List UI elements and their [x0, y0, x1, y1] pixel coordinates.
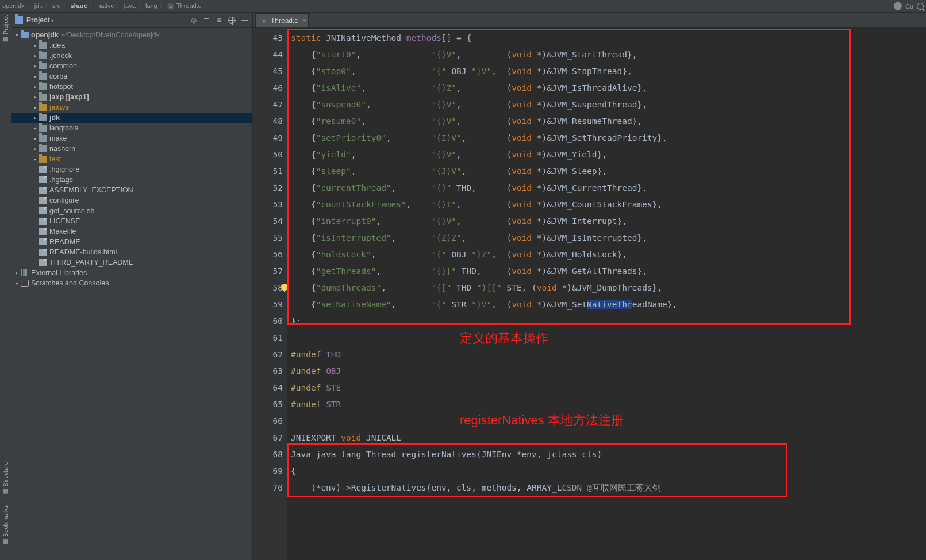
- toolwin-bookmarks[interactable]: Bookmarks: [2, 505, 9, 544]
- tree-label: jdk: [49, 114, 60, 122]
- tree-row[interactable]: Makefile: [11, 226, 252, 237]
- tree-row[interactable]: ▸External Libraries: [11, 268, 252, 278]
- ico-txt-icon: [39, 207, 47, 214]
- breadcrumb-item[interactable]: java: [124, 2, 136, 9]
- tree-row[interactable]: ▸.idea: [11, 40, 252, 51]
- tree-label: hotspot: [49, 83, 73, 91]
- tree-row[interactable]: ▸.jcheck: [11, 51, 252, 61]
- tree-row[interactable]: .hgtags: [11, 175, 252, 185]
- tree-toggle-icon[interactable]: ▸: [32, 53, 38, 59]
- tree-row[interactable]: ▸Scratches and Consoles: [11, 278, 252, 288]
- tree-label: openjdk: [31, 31, 59, 39]
- tree-label: nashorn: [49, 145, 75, 153]
- avatar-icon[interactable]: [894, 2, 902, 10]
- tree-toggle-icon[interactable]: ▸: [32, 84, 38, 90]
- breadcrumb-item[interactable]: lang: [145, 2, 157, 9]
- tree-toggle-icon[interactable]: ▾: [14, 32, 20, 38]
- project-tree[interactable]: ▾openjdk~/Desktop/DiveinCode/openjdk▸.id…: [11, 28, 252, 560]
- tree-row[interactable]: THIRD_PARTY_README: [11, 257, 252, 268]
- breadcrumb-bar: openjdk 〉 jdk 〉 src 〉 share 〉 native 〉 j…: [0, 0, 926, 13]
- tree-toggle-icon[interactable]: ▸: [32, 125, 38, 131]
- tree-label: External Libraries: [31, 269, 87, 277]
- ico-folder-gold-icon: [39, 104, 47, 111]
- tree-toggle-icon[interactable]: ▸: [32, 94, 38, 100]
- tree-row[interactable]: .hgignore: [11, 164, 252, 175]
- search-icon[interactable]: [917, 3, 924, 10]
- breadcrumb-item[interactable]: cThread.c: [167, 2, 201, 9]
- tab-label: Thread.c: [271, 17, 298, 25]
- locate-icon[interactable]: ◎: [189, 16, 198, 25]
- editor-area[interactable]: 43 44 45 46 47 48 49 50 51 52 53 54 55 5…: [253, 28, 926, 560]
- user-label: Cu: [905, 3, 913, 10]
- ico-txt-icon: [39, 249, 47, 256]
- breadcrumb-separator: 〉: [61, 2, 71, 9]
- tree-row[interactable]: ▸jdk: [11, 113, 252, 123]
- settings-icon[interactable]: [227, 16, 236, 25]
- ico-folder-icon: [39, 52, 47, 59]
- tree-toggle-icon[interactable]: ▸: [32, 156, 38, 162]
- breadcrumb-item[interactable]: native: [97, 2, 114, 9]
- project-panel: Project ◎ ≣ ≡ — ▾openjdk~/Desktop/Divein…: [11, 13, 253, 560]
- tree-toggle-icon[interactable]: ▸: [32, 136, 38, 141]
- tree-row[interactable]: ASSEMBLY_EXCEPTION: [11, 185, 252, 195]
- tree-row[interactable]: ▸jaxws: [11, 102, 252, 113]
- breadcrumb-item[interactable]: openjdk: [2, 2, 25, 9]
- editor-tab-row: c Thread.c ×: [253, 13, 926, 28]
- tree-row[interactable]: configure: [11, 195, 252, 206]
- tree-row[interactable]: ▸make: [11, 133, 252, 144]
- ico-scratch-icon: [21, 280, 29, 287]
- hide-panel-icon[interactable]: —: [240, 16, 249, 25]
- tree-label: test: [49, 155, 61, 163]
- gutter: 43 44 45 46 47 48 49 50 51 52 53 54 55 5…: [253, 28, 287, 560]
- tree-toggle-icon[interactable]: ▸: [14, 280, 20, 286]
- tree-row[interactable]: README: [11, 237, 252, 247]
- bookmarks-icon: [3, 539, 8, 544]
- code-text[interactable]: static JNINativeMethod methods[] = { {"s…: [291, 30, 926, 496]
- tree-row[interactable]: ▸hotspot: [11, 82, 252, 92]
- tree-row[interactable]: get_source.sh: [11, 206, 252, 216]
- breadcrumb-separator: 〉: [157, 2, 167, 9]
- ico-folder-icon: [39, 114, 47, 121]
- tree-toggle-icon[interactable]: ▸: [32, 43, 38, 48]
- tree-row[interactable]: ▸test: [11, 154, 252, 164]
- ico-folder-icon: [39, 63, 47, 69]
- ico-folder-blue-icon: [21, 32, 29, 38]
- breadcrumb-item[interactable]: share: [71, 2, 87, 9]
- tree-row[interactable]: README-builds.html: [11, 247, 252, 257]
- tree-row[interactable]: ▸nashorn: [11, 144, 252, 154]
- close-tab-icon[interactable]: ×: [303, 17, 306, 24]
- breadcrumb-item[interactable]: jdk: [34, 2, 43, 9]
- toolwin-project[interactable]: Project: [2, 15, 9, 41]
- code-viewport[interactable]: static JNINativeMethod methods[] = { {"s…: [287, 28, 926, 560]
- expand-all-icon[interactable]: ≣: [202, 16, 211, 25]
- tree-toggle-icon[interactable]: ▸: [32, 146, 38, 152]
- tree-row[interactable]: ▸langtools: [11, 123, 252, 133]
- project-view-selector[interactable]: Project: [26, 16, 54, 24]
- tree-label: THIRD_PARTY_README: [49, 258, 133, 267]
- ico-txt-icon: [39, 197, 47, 204]
- tab-thread-c[interactable]: c Thread.c ×: [255, 13, 309, 27]
- tree-row[interactable]: ▸jaxp [jaxp1]: [11, 92, 252, 102]
- tree-row[interactable]: ▸common: [11, 61, 252, 71]
- tree-label: ASSEMBLY_EXCEPTION: [49, 186, 133, 194]
- tree-toggle-icon[interactable]: ▸: [32, 74, 38, 79]
- tree-label: common: [49, 62, 77, 70]
- tree-row[interactable]: ▾openjdk~/Desktop/DiveinCode/openjdk: [11, 30, 252, 40]
- tree-label: README: [49, 238, 80, 246]
- tree-toggle-icon[interactable]: ▸: [32, 115, 38, 121]
- tree-label: Scratches and Consoles: [31, 279, 109, 287]
- collapse-all-icon[interactable]: ≡: [214, 16, 224, 25]
- path-hint: ~/Desktop/DiveinCode/openjdk: [61, 31, 160, 39]
- tree-toggle-icon[interactable]: ▸: [32, 63, 38, 69]
- toolwin-structure[interactable]: Structure: [2, 461, 9, 494]
- tree-toggle-icon[interactable]: ▸: [14, 270, 20, 276]
- tree-row[interactable]: LICENSE: [11, 216, 252, 226]
- tree-row[interactable]: ▸corba: [11, 71, 252, 82]
- tree-label: get_source.sh: [49, 207, 95, 215]
- tree-toggle-icon[interactable]: ▸: [32, 105, 38, 110]
- ico-folder-gold-icon: [39, 156, 47, 163]
- ico-txt-icon: [39, 259, 47, 266]
- breadcrumb-item[interactable]: src: [52, 2, 61, 9]
- tree-label: configure: [49, 196, 79, 204]
- breadcrumb-separator: 〉: [43, 2, 52, 9]
